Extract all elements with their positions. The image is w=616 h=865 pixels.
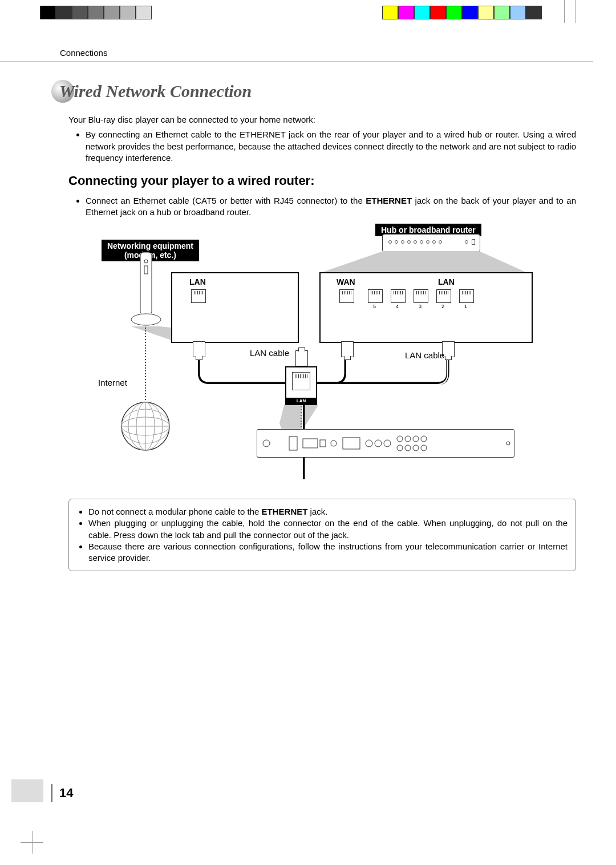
section-header: Connections	[60, 48, 107, 58]
svg-point-11	[331, 440, 337, 446]
note-item: Because there are various connection con…	[88, 541, 568, 564]
svg-point-17	[405, 436, 411, 442]
colorbar-right	[366, 6, 542, 19]
player-rear-panel-icon	[257, 429, 514, 458]
lan-cable-label: LAN cable	[250, 348, 289, 358]
step-prefix: Connect an Ethernet cable (CAT5 or bette…	[86, 196, 366, 205]
ethernet-port-icon	[191, 289, 206, 303]
svg-point-7	[263, 440, 270, 447]
page-number-value: 14	[59, 786, 73, 801]
ethernet-port-icon	[391, 289, 406, 303]
pagenum-divider	[51, 784, 52, 802]
svg-rect-9	[303, 439, 318, 448]
note-item: When plugging or unplugging the cable, h…	[88, 518, 568, 541]
notes-box: Do not connect a modular phone cable to …	[68, 499, 576, 571]
modem-device-icon	[130, 252, 162, 326]
network-diagram: Networking equipment (modem, etc.) Hub o…	[91, 224, 536, 492]
svg-point-21	[405, 445, 411, 451]
subheading: Connecting your player to a wired router…	[68, 173, 315, 188]
ethernet-port-icon	[459, 289, 474, 303]
ethernet-port-icon	[368, 289, 383, 303]
rj45-plug-icon	[341, 341, 354, 357]
registration-mark	[11, 779, 43, 802]
ethernet-jack-icon: LAN	[285, 366, 317, 405]
svg-rect-8	[289, 436, 297, 450]
svg-rect-12	[343, 438, 360, 449]
step-text: Connect an Ethernet cable (CAT5 or bette…	[68, 192, 576, 219]
intro-bullet: By connecting an Ethernet cable to the E…	[86, 129, 576, 164]
port-label-lan2: LAN	[438, 277, 455, 286]
svg-point-16	[397, 436, 403, 442]
port-num: 1	[464, 304, 467, 309]
jack-lan-label: LAN	[286, 398, 316, 404]
manual-page: Connections Wired Network Connection You…	[0, 0, 616, 865]
port-label-lan: LAN	[189, 277, 206, 286]
port-label-wan: WAN	[337, 277, 355, 286]
svg-marker-0	[322, 251, 526, 272]
calibration-line	[564, 0, 565, 23]
ethernet-port-icon	[414, 289, 428, 303]
hub-device-icon	[382, 234, 480, 252]
lan-cable-label: LAN cable	[405, 350, 444, 360]
svg-point-13	[366, 440, 372, 447]
title-text: Wired Network Connection	[59, 82, 252, 101]
svg-point-20	[397, 445, 403, 451]
svg-point-22	[413, 445, 419, 451]
colorbar-left	[40, 6, 168, 19]
svg-point-14	[375, 440, 382, 447]
svg-point-23	[421, 445, 427, 451]
ethernet-port-icon	[339, 289, 354, 303]
globe-icon	[120, 401, 171, 452]
intro-lead: Your Blu-ray disc player can be connecte…	[68, 115, 315, 124]
port-num: 4	[396, 304, 399, 309]
calibration-line	[576, 0, 576, 23]
rj45-plug-icon	[295, 350, 308, 366]
internet-label: Internet	[98, 378, 127, 387]
section-underline	[0, 61, 593, 62]
rj45-plug-icon	[193, 341, 205, 357]
svg-rect-10	[320, 440, 326, 447]
svg-point-18	[413, 436, 419, 442]
svg-point-24	[506, 442, 510, 445]
step-bold: ETHERNET	[366, 196, 412, 205]
svg-point-4	[131, 314, 161, 325]
note-item: Do not connect a modular phone cable to …	[88, 506, 568, 518]
port-num: 5	[373, 304, 376, 309]
svg-rect-3	[140, 252, 152, 315]
page-title: Wired Network Connection	[51, 80, 252, 103]
port-num: 3	[419, 304, 422, 309]
svg-point-19	[421, 436, 427, 442]
port-num: 2	[441, 304, 444, 309]
intro-text: Your Blu-ray disc player can be connecte…	[68, 114, 576, 164]
svg-point-15	[384, 440, 391, 447]
page-number: 14	[51, 784, 73, 802]
ethernet-port-icon	[436, 289, 451, 303]
